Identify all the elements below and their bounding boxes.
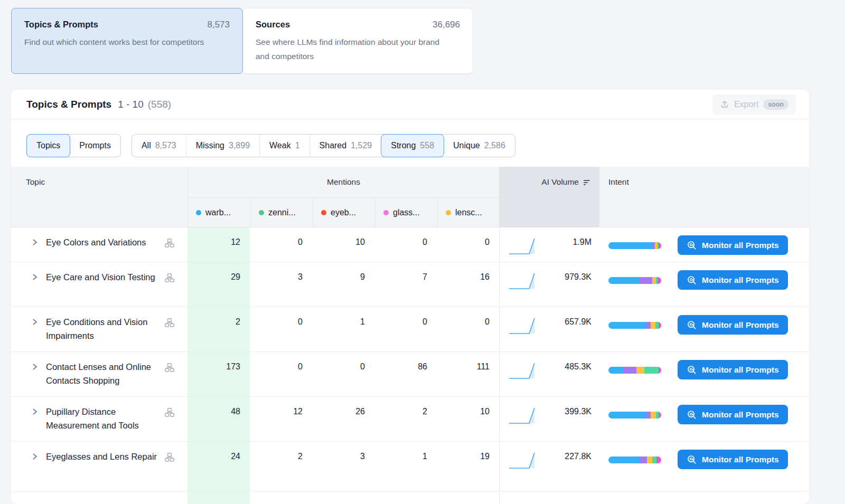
sitemap-icon[interactable]: [165, 408, 174, 417]
sitemap-icon[interactable]: [165, 239, 174, 248]
mention-cell: 3: [250, 262, 312, 307]
monitor-prompts-icon: [687, 454, 697, 465]
competitor-dot-icon: [446, 210, 451, 215]
topics-prompts-panel: Topics & Prompts 1 - 10 (558) Export soo…: [11, 90, 809, 504]
monitor-all-prompts-button[interactable]: Monitor all Prompts: [678, 270, 788, 290]
mention-cell: 16: [437, 262, 499, 307]
chevron-right-icon[interactable]: [31, 239, 39, 246]
topic-cell[interactable]: Eye Colors and Variations: [11, 227, 187, 262]
card-value: 8,573: [207, 20, 230, 30]
topic-cell[interactable]: Pupillary Distance Measurement and Tools: [11, 397, 187, 441]
table-row: Contact Lenses and Online Contacts Shopp…: [11, 352, 809, 397]
intent-bar: [608, 277, 661, 284]
trend-sparkline: [506, 359, 539, 396]
mention-cell: 0: [437, 307, 499, 351]
mention-cell: 0: [312, 352, 374, 396]
intent-segment: [623, 367, 636, 374]
intent-bar: [608, 367, 661, 374]
topic-cell[interactable]: Contact Lenses and Online Contacts Shopp…: [11, 352, 187, 396]
filter-tab[interactable]: Strong 558: [381, 134, 444, 157]
mention-cell: 111: [437, 352, 499, 396]
panel-title: Topics & Prompts: [26, 99, 111, 110]
mention-cell: 1: [312, 307, 374, 351]
monitor-all-prompts-button[interactable]: Monitor all Prompts: [678, 235, 788, 255]
monitor-prompts-icon: [687, 410, 697, 420]
filter-tab[interactable]: Unique 2,586: [444, 135, 515, 157]
chevron-right-icon[interactable]: [31, 363, 39, 370]
intent-segment: [658, 277, 661, 284]
sitemap-icon[interactable]: [165, 273, 174, 282]
intent-segment: [646, 412, 651, 419]
monitor-all-prompts-button[interactable]: Monitor all Prompts: [678, 315, 788, 335]
filter-tab[interactable]: Shared 1,529: [309, 135, 382, 157]
chevron-right-icon[interactable]: [31, 453, 39, 460]
column-header-ai-volume[interactable]: AI Volume: [499, 167, 599, 227]
competitor-column-header[interactable]: zenni...: [250, 198, 313, 227]
intent-segment: [651, 412, 656, 419]
card-sources[interactable]: Sources 36,696 See where LLMs find infor…: [242, 8, 473, 74]
mention-cell: 12: [250, 397, 312, 441]
mention-cell: 0: [374, 307, 437, 351]
ai-volume-value: 399.3K: [565, 407, 592, 441]
intent-segment: [659, 322, 661, 329]
view-toggle-tab[interactable]: Prompts: [70, 135, 120, 157]
view-toggle: Topics Prompts: [26, 134, 121, 157]
intent-segment: [646, 322, 651, 329]
filter-tab[interactable]: Missing 3,899: [186, 135, 259, 157]
topic-cell[interactable]: Eyeglasses and Lens Repair: [11, 442, 187, 491]
competitor-column-header[interactable]: lensc...: [437, 198, 500, 227]
chevron-right-icon[interactable]: [31, 408, 39, 415]
intent-segment: [608, 242, 653, 249]
table-body: Eye Colors and Variations 12 0 10 0 0 1.…: [11, 227, 809, 491]
filter-tab[interactable]: Weak 1: [259, 135, 309, 157]
intent-segment: [608, 322, 646, 329]
sitemap-icon[interactable]: [165, 318, 174, 327]
mention-cell: 0: [437, 227, 499, 262]
intent-segment: [659, 367, 661, 374]
mention-cell: 86: [374, 352, 437, 396]
topic-cell[interactable]: Eye Care and Vision Testing: [11, 262, 187, 307]
topic-cell[interactable]: Eye Conditions and Vision Impairments: [11, 307, 187, 351]
mention-cell: 29: [187, 262, 250, 307]
export-button[interactable]: Export soon: [712, 94, 796, 115]
view-toggle-tab[interactable]: Topics: [26, 134, 70, 157]
sort-descending-icon: [583, 178, 591, 227]
competitor-column-header[interactable]: eyeb...: [313, 198, 375, 227]
intent-segment: [608, 457, 640, 463]
sitemap-icon[interactable]: [165, 363, 174, 372]
chevron-right-icon[interactable]: [31, 273, 39, 281]
intent-cell: Monitor all Prompts: [599, 397, 809, 441]
competitor-column-header[interactable]: warb...: [188, 198, 250, 227]
card-topics-prompts[interactable]: Topics & Prompts 8,573 Find out which co…: [11, 8, 243, 74]
intent-segment: [644, 367, 659, 374]
column-header-intent[interactable]: Intent: [599, 167, 809, 227]
monitor-prompts-icon: [687, 320, 697, 330]
mention-cell: 10: [312, 227, 374, 262]
filter-tab[interactable]: All 8,573: [132, 135, 186, 157]
mention-cell: 9: [312, 262, 374, 307]
monitor-all-prompts-button[interactable]: Monitor all Prompts: [678, 360, 788, 379]
sitemap-icon[interactable]: [165, 453, 174, 462]
intent-cell: Monitor all Prompts: [599, 227, 809, 262]
monitor-all-prompts-button[interactable]: Monitor all Prompts: [678, 405, 788, 424]
monitor-all-prompts-button[interactable]: Monitor all Prompts: [678, 450, 788, 469]
mention-cell: 48: [187, 397, 250, 441]
table-row: Eye Colors and Variations 12 0 10 0 0 1.…: [11, 227, 809, 262]
soon-badge: soon: [763, 99, 788, 110]
intent-cell: Monitor all Prompts: [599, 262, 809, 307]
competitor-dot-icon: [196, 210, 201, 215]
table-row: Eye Conditions and Vision Impairments 2 …: [11, 307, 809, 352]
monitor-prompts-icon: [687, 240, 697, 251]
intent-segment: [656, 457, 661, 463]
trend-sparkline: [506, 269, 539, 307]
card-title: Sources: [256, 20, 290, 30]
intent-bar: [608, 242, 661, 249]
intent-bar: [608, 412, 661, 419]
mention-cell: 26: [312, 397, 374, 441]
competitor-column-header[interactable]: glass...: [375, 198, 437, 227]
topic-name: Eye Colors and Variations: [46, 235, 159, 249]
trend-sparkline: [506, 404, 539, 441]
column-header-topic[interactable]: Topic: [11, 167, 187, 227]
chevron-right-icon[interactable]: [31, 318, 39, 326]
table-row-partial: [11, 491, 809, 504]
